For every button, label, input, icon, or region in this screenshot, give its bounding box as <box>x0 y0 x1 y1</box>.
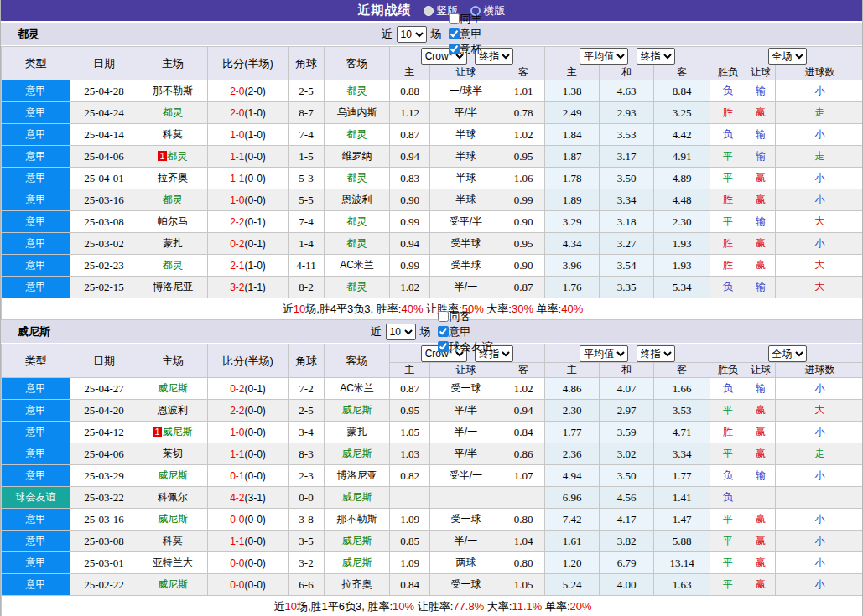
halftime-score: (1-1) <box>245 282 266 293</box>
winloss-result-cell: 胜 <box>710 422 746 443</box>
odds-away-cell: 1.01 <box>502 80 545 102</box>
filter-checkbox-同客[interactable]: 同客 <box>438 309 493 324</box>
winloss-result-cell: 胜 <box>710 189 746 211</box>
date-cell: 25-04-06 <box>70 146 138 168</box>
avg-home-cell: 6.96 <box>545 487 600 509</box>
odds-home-cell: 1.02 <box>390 277 430 298</box>
date-cell: 25-03-29 <box>70 465 138 487</box>
score-cell: 4-2(3-1) <box>208 487 289 509</box>
sub-header-goals: 进球数 <box>776 363 863 378</box>
avg-away-cell: 1.77 <box>654 465 710 487</box>
handicap-result-cell: 赢 <box>746 443 776 465</box>
odds-away-cell: 0.80 <box>502 509 545 531</box>
halftime-score: (0-0) <box>245 194 266 206</box>
handicap-cell: 受半球 <box>430 255 502 277</box>
recent-count-select[interactable]: 10 <box>386 324 416 340</box>
filter-checkbox-意杯[interactable]: 意杯 <box>449 42 482 57</box>
match-row: 意甲25-04-06莱切1-1(0-0)8-3威尼斯1.03平/半0.862.3… <box>2 443 863 465</box>
winloss-result-cell: 平 <box>710 574 746 596</box>
match-type-cell: 意甲 <box>2 211 70 233</box>
handicap-cell: 半球 <box>430 146 502 168</box>
corner-cell: 7-4 <box>289 124 325 146</box>
average-time-select[interactable]: 终指 <box>637 48 675 65</box>
match-type-cell: 意甲 <box>2 378 70 400</box>
filter-checkbox-球会友谊[interactable]: 球会友谊 <box>438 339 493 355</box>
summary-segment: 近 <box>273 600 284 613</box>
fulltime-score: 3-2 <box>230 282 244 293</box>
recent-count-select[interactable]: 10 <box>397 26 427 43</box>
handicap-result-cell: 赢 <box>746 509 776 531</box>
handicap-result-cell: 赢 <box>746 168 776 189</box>
avg-away-cell: 3.25 <box>654 102 710 124</box>
match-type-cell: 意甲 <box>2 124 70 146</box>
odds-away-cell: 1.02 <box>502 124 545 146</box>
team-label: 那不勒斯 <box>337 513 377 525</box>
summary-segment: 77.8% <box>453 600 484 613</box>
date-cell: 25-03-01 <box>70 552 138 574</box>
goals-result-cell: 小 <box>776 189 863 211</box>
score-cell: 2-1(1-0) <box>208 255 289 277</box>
match-row: 意甲25-03-01亚特兰大0-0(0-0)3-2威尼斯1.09两球0.801.… <box>2 552 863 574</box>
team-section-header-torino: 都灵 近 10 场 同主意甲意杯 <box>1 23 862 46</box>
halftime-score: (1-0) <box>245 129 266 141</box>
matches-label: 场 <box>431 27 442 42</box>
match-row: 意甲25-03-29威尼斯0-1(0-0)2-3博洛尼亚0.82受半/一1.07… <box>2 465 863 487</box>
sub-header-goals: 进球数 <box>776 65 863 80</box>
checkbox-input[interactable] <box>449 28 460 39</box>
scope-group-header: 全场 <box>710 47 863 65</box>
average-select[interactable]: 平均值 <box>580 48 628 65</box>
match-type-cell: 意甲 <box>2 422 70 443</box>
score-cell: 2-2(0-0) <box>208 400 289 422</box>
filter-checkbox-意甲[interactable]: 意甲 <box>438 324 493 339</box>
odds-home-cell: 1.09 <box>390 552 430 574</box>
checkbox-input[interactable] <box>449 13 460 24</box>
halftime-score: (0-0) <box>245 514 266 525</box>
winloss-result-cell: 平 <box>710 211 746 233</box>
scope-select[interactable]: 全场 <box>768 48 807 65</box>
team-label: 那不勒斯 <box>153 85 193 96</box>
avg-away-cell: 4.48 <box>654 189 710 211</box>
results-table-venezia: 类型 日期 主场 比分(半场) 角球 客场 Crow* 终指 平均值 终指 全场 <box>1 344 863 616</box>
average-select[interactable]: 平均值 <box>580 345 628 362</box>
odds-home-cell: 1.12 <box>390 102 430 124</box>
goals-result-cell: 小 <box>776 124 863 146</box>
average-time-select[interactable]: 终指 <box>637 345 675 362</box>
score-cell: 3-2(1-1) <box>208 277 289 298</box>
near-label: 近 <box>382 27 393 42</box>
sub-header-winloss: 胜负 <box>710 363 746 378</box>
filter-checkbox-同主[interactable]: 同主 <box>449 12 482 27</box>
summary-segment: 30% <box>512 303 533 315</box>
home-team-cell: 莱切 <box>138 443 208 465</box>
col-header-home: 主场 <box>138 47 208 80</box>
halftime-score: (0-0) <box>245 557 266 569</box>
home-team-cell: 都灵 <box>138 102 208 124</box>
avg-draw-cell: 3.54 <box>600 255 654 277</box>
date-cell: 25-04-28 <box>70 80 138 102</box>
scope-select[interactable]: 全场 <box>768 345 807 362</box>
match-row: 意甲25-04-121威尼斯1-0(0-0)3-4蒙扎1.05半/一0.841.… <box>2 422 863 443</box>
home-rank-badge: 1 <box>153 427 161 437</box>
avg-away-cell: 1.63 <box>654 574 710 596</box>
filter-checkbox-意甲[interactable]: 意甲 <box>449 27 482 42</box>
winloss-result-cell: 负 <box>710 487 746 509</box>
team-label: 都灵 <box>347 215 367 227</box>
away-team-cell: 威尼斯 <box>325 552 390 574</box>
handicap-result-cell: 赢 <box>746 400 776 422</box>
score-cell: 0-0(0-0) <box>208 574 289 596</box>
summary-segment: 10 <box>294 303 305 315</box>
fulltime-score: 2-2 <box>230 216 244 228</box>
filter-controls: 近 10 场 同客意甲球会友谊 <box>371 309 493 355</box>
odds-away-cell <box>502 487 545 509</box>
checkbox-input[interactable] <box>449 44 460 54</box>
checkbox-input[interactable] <box>438 311 449 322</box>
sub-header-avg-away: 客 <box>654 65 710 80</box>
halftime-score: (0-0) <box>245 405 266 417</box>
match-type-cell: 球会友谊 <box>2 487 70 509</box>
team-label: 都灵 <box>163 194 183 205</box>
avg-home-cell: 5.24 <box>545 574 600 596</box>
score-cell: 0-0(0-0) <box>208 552 289 574</box>
checkbox-input[interactable] <box>438 326 449 337</box>
handicap-result-cell: 输 <box>746 211 776 233</box>
away-team-cell: 都灵 <box>325 233 390 255</box>
checkbox-input[interactable] <box>438 341 449 352</box>
